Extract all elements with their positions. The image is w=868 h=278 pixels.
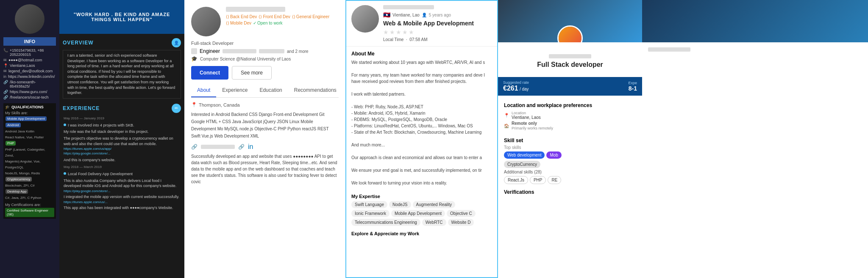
p6-name-blurred	[648, 47, 690, 52]
about-title-p4: About Me	[351, 51, 492, 57]
profile-tabs: About Experience Education Recommendatio…	[191, 84, 339, 98]
topskills-label: Top skills	[504, 145, 636, 150]
skill-re: RE	[548, 176, 561, 184]
p3-name-blurred	[226, 7, 285, 12]
engineer-icon	[191, 48, 197, 54]
skill-blockchain: Blockchain, ZFI, C#	[5, 184, 35, 187]
exp-link-4[interactable]: https://itunes.apple.com/us/...	[64, 200, 180, 204]
success-text-p3: Successfully developed an app and websit…	[191, 153, 339, 185]
skills-area-p3: Interested in Android Backend CSS Django…	[191, 111, 339, 140]
exp-link-3[interactable]: https://play.google.com/store/...	[64, 189, 180, 193]
p4-name-blurred	[383, 5, 434, 9]
engineer-label: Engineer	[200, 48, 220, 54]
hero-banner: "WORK HARD . BE KIND AND AMAZE THINGS WI…	[59, 0, 184, 34]
p4-years-ago: 5 years ago	[429, 13, 451, 17]
location-prefs: Location and workplace preferences 📍 Loc…	[498, 99, 642, 135]
qual-icon: 🎓	[5, 105, 10, 109]
seemore-button[interactable]: See more	[232, 66, 272, 80]
role-tags-2: ⟨⟩ Mobile Dev ✓ Open to work	[226, 21, 339, 25]
exp-detail-1: The project's objective was to develop a…	[64, 136, 180, 146]
location-icon-p1: 📍	[3, 63, 8, 68]
exp-label: Expe	[628, 81, 637, 85]
crypto-skill: CryptoCurrency	[504, 161, 540, 168]
exp-extra-2: This app also has been integrated with ●…	[64, 205, 180, 211]
exp-title-1: I was involved into 4 projects with SKB.	[68, 123, 134, 128]
exp-link-1[interactable]: https://itunes.apple.com/us/app/	[64, 146, 180, 151]
skill-crypto: Cryptocurrency	[6, 177, 32, 182]
avatar-5	[557, 25, 583, 42]
rate-period: / day	[520, 87, 529, 91]
location-col: Location Vientiane, Laos	[512, 111, 541, 120]
linkedin-icon-p1: in	[3, 74, 6, 79]
tab-experience[interactable]: Experience	[216, 84, 253, 97]
tab-about[interactable]: About	[191, 84, 216, 97]
p6-content	[642, 42, 868, 60]
skillset-section: Skill set Top skills Web development Mob…	[498, 135, 642, 187]
action-row: Connect See more	[191, 66, 339, 80]
email2-icon: ✉	[3, 69, 7, 73]
link-icon-1: 🔗	[191, 144, 198, 150]
university-text: Computer Science @National University of…	[200, 57, 291, 61]
rate-box: Suggested rate €261 / day Expe 8-1	[498, 77, 642, 96]
etag-objc: Objective C	[447, 210, 476, 217]
p5-name-blurred	[549, 54, 591, 58]
additional-label: Additional skills (28)	[504, 170, 636, 174]
info-label: INFO	[3, 37, 56, 46]
p3-header: ⟨⟩ Back End Dev ⟨⟩ Front End Dev ⟨⟩ Gene…	[191, 7, 339, 36]
guru-row: 🔗 https://www.guru.com/	[3, 90, 56, 94]
expertise-title: My Expertise	[351, 194, 492, 199]
star-rating: ★ ★ ★ ★ ★	[383, 29, 492, 36]
star-1: ★	[383, 29, 389, 36]
connect-button[interactable]: Connect	[191, 66, 228, 80]
exp-link-2[interactable]: https://play.google.com/store/...	[64, 151, 180, 156]
top-skills-row: Web development Mob	[504, 151, 636, 159]
about-section-p4: About Me We started working about 10 yea…	[346, 46, 497, 190]
remote-sub: Primarily works remotely	[512, 126, 553, 130]
location-row-p3: 📍 Thompson, Canada	[191, 102, 339, 107]
etag-webrtc: WebRTC	[422, 219, 446, 226]
engineer-blurred-2	[259, 49, 284, 53]
linkedin-value: https://www.linkedin.com/in/	[8, 74, 55, 79]
tab-recommendations[interactable]: Recommendations	[288, 84, 342, 97]
role-general: ⟨⟩ General Engineer	[292, 14, 329, 19]
certs-label: My Certifications are:	[5, 203, 54, 207]
explore-section: Explore & Appreciate my Work	[346, 229, 497, 238]
location-text-p3: Thompson, Canada	[199, 102, 240, 107]
p4-location-text: Vientiane, Lao	[392, 13, 420, 17]
rate-value: €261	[503, 85, 518, 92]
crypto-row: CryptoCurrency	[504, 161, 636, 167]
panel3-profile: ⟨⟩ Back End Dev ⟨⟩ Front End Dev ⟨⟩ Gene…	[184, 0, 345, 278]
frontend-icon: ⟨⟩	[259, 14, 262, 19]
skill-php-detail: PHP (Laravel, Codeigniter, Zend,	[5, 148, 45, 157]
remote-label: Remote only	[512, 121, 553, 126]
skill-webdev: Web development	[504, 151, 545, 159]
etag-mobile: Mobile App Development	[391, 210, 445, 217]
remote-col: Remote only Primarily works remotely	[512, 121, 553, 130]
panel6-partial	[642, 0, 868, 278]
engineer-blurred-1	[223, 49, 256, 53]
additional-skills-row: React.Js PHP RE	[504, 176, 636, 184]
exp-bullet-2: Local Food Delivery App Development	[64, 171, 180, 177]
avatar5-container	[557, 25, 583, 42]
freelancers-value: /freelancers/oscar-tech	[10, 95, 49, 99]
loc-value: Vientiane, Laos	[512, 115, 541, 120]
skill-desktop: Desktop App	[6, 189, 28, 194]
skill-php: PHP	[6, 141, 16, 146]
p4-top-bar: 🇱🇦 Vientiane, Lao 👤 5 years ago Web & Mo…	[346, 1, 497, 46]
location-pin-icon: 📍	[191, 102, 197, 107]
star-3: ★	[396, 29, 401, 36]
p4-info: 🇱🇦 Vientiane, Lao 👤 5 years ago Web & Mo…	[383, 5, 492, 42]
exp-value: 8-1	[628, 85, 637, 92]
skill-mobile: Mobile App Development	[6, 116, 47, 121]
exp-item-2: Local Food Delivery App Development This…	[59, 170, 184, 212]
skill-php-p5: PHP	[530, 176, 546, 184]
remote-row: 🏠 Remote only Primarily works remotely	[504, 121, 636, 130]
tab-education[interactable]: Education	[253, 84, 288, 97]
verif-section: Verifications	[498, 187, 642, 198]
etag-telecom: Telecommunications Engineering	[351, 219, 420, 226]
url1-value: /iko-sonexanth-8b4938a25/	[10, 80, 56, 88]
freelancers-icon: 🔗	[3, 95, 8, 99]
overview-text-box: I am a talented, senior and rich experie…	[63, 50, 181, 99]
qualifications-title: 🎓 QUALIFICATIONS	[5, 105, 54, 109]
exp-desc-1: My role was the full stack developer in …	[64, 129, 180, 135]
